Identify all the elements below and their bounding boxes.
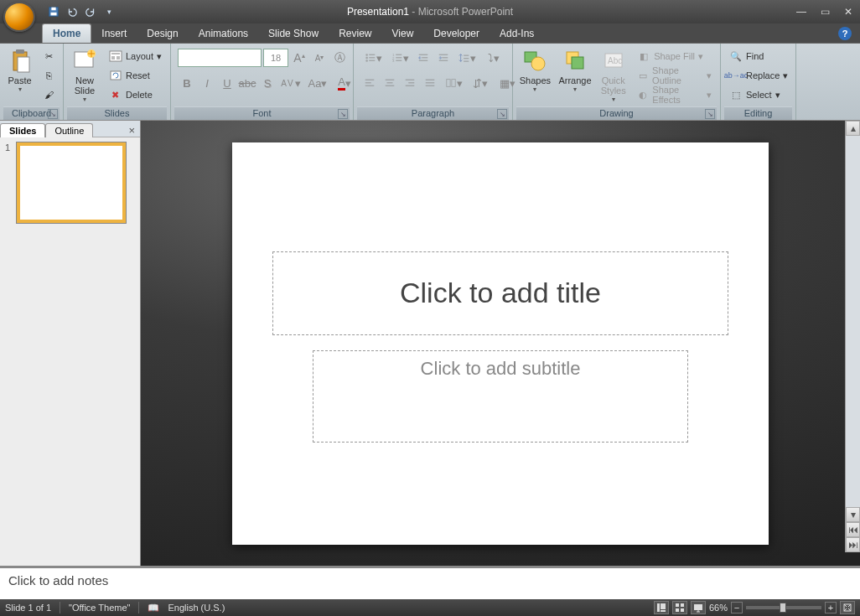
tab-view[interactable]: View — [382, 24, 424, 43]
shape-fill-button[interactable]: ◧Shape Fill ▾ — [634, 47, 715, 65]
numbering-button[interactable]: 123▾ — [387, 49, 412, 67]
group-editing: 🔍Find ab→acReplace ▾ ⬚Select ▾ Editing — [721, 44, 796, 120]
zoom-slider[interactable] — [746, 606, 821, 609]
save-icon[interactable] — [45, 3, 62, 20]
shape-outline-button[interactable]: ▭Shape Outline ▾ — [634, 66, 715, 85]
tab-design[interactable]: Design — [137, 24, 188, 43]
delete-button[interactable]: ✖Delete — [106, 85, 165, 104]
maximize-button[interactable]: ▭ — [816, 5, 833, 18]
justify-button[interactable] — [421, 74, 439, 92]
character-spacing-button[interactable]: AV▾ — [278, 74, 303, 92]
svg-point-13 — [365, 54, 368, 56]
svg-rect-31 — [464, 55, 469, 56]
status-language[interactable]: English (U.S.) — [168, 603, 225, 613]
app-name-sep: - — [409, 6, 418, 18]
italic-button[interactable]: I — [198, 74, 216, 92]
office-button[interactable] — [3, 2, 35, 32]
grow-font-button[interactable]: A▴ — [290, 49, 308, 67]
window-title: Presentation1 - Microsoft PowerPoint — [347, 6, 513, 18]
increase-indent-button[interactable] — [434, 49, 453, 67]
paste-icon — [7, 47, 34, 74]
strikethrough-button[interactable]: abc — [238, 74, 256, 92]
font-size-input[interactable] — [263, 49, 288, 67]
clipboard-launcher[interactable]: ↘ — [48, 109, 58, 119]
svg-rect-32 — [464, 58, 469, 59]
panel-tab-outline[interactable]: Outline — [45, 123, 93, 137]
close-button[interactable]: ✕ — [840, 5, 857, 18]
line-spacing-button[interactable]: ▾ — [454, 49, 479, 67]
tab-insert[interactable]: Insert — [91, 24, 137, 43]
tab-slideshow[interactable]: Slide Show — [258, 24, 329, 43]
reset-button[interactable]: Reset — [106, 66, 165, 85]
panel-tab-slides[interactable]: Slides — [0, 123, 45, 137]
clear-formatting-button[interactable]: Ⓐ — [330, 49, 349, 67]
select-icon: ⬚ — [729, 88, 743, 101]
change-case-button[interactable]: Aa▾ — [305, 74, 330, 92]
align-right-button[interactable] — [401, 74, 419, 92]
minimize-button[interactable]: — — [793, 5, 810, 18]
new-slide-button[interactable]: New Slide ▾ — [67, 45, 102, 104]
cut-icon: ✂ — [43, 49, 54, 63]
tab-review[interactable]: Review — [329, 24, 381, 43]
redo-icon[interactable] — [82, 3, 99, 20]
fit-to-window-button[interactable] — [840, 601, 855, 614]
qat-customize-icon[interactable]: ▾ — [101, 3, 117, 20]
cut-button[interactable]: ✂ — [39, 47, 58, 65]
slide-thumbnail-1[interactable]: 1 — [5, 142, 135, 223]
text-direction-button[interactable]: ⤵▾ — [481, 49, 506, 67]
align-left-button[interactable] — [360, 74, 379, 92]
spell-check-icon[interactable]: 📖 — [148, 603, 159, 613]
replace-button[interactable]: ab→acReplace ▾ — [726, 66, 791, 85]
zoom-out-button[interactable]: − — [731, 602, 743, 613]
underline-button[interactable]: U — [218, 74, 236, 92]
paste-button[interactable]: Paste ▾ — [3, 45, 36, 104]
layout-button[interactable]: Layout ▾ — [106, 47, 165, 65]
decrease-indent-button[interactable] — [414, 49, 433, 67]
bullets-button[interactable]: ▾ — [360, 49, 386, 67]
prev-slide-button[interactable]: ⏮ — [846, 522, 860, 537]
title-placeholder[interactable]: Click to add title — [272, 251, 728, 335]
shape-effects-button[interactable]: ◐Shape Effects ▾ — [634, 85, 715, 104]
tab-addins[interactable]: Add-Ins — [490, 24, 544, 43]
scroll-up-button[interactable]: ▴ — [846, 121, 860, 136]
format-painter-button[interactable]: 🖌 — [39, 85, 58, 104]
zoom-in-button[interactable]: + — [825, 602, 837, 613]
undo-icon[interactable] — [64, 3, 80, 20]
slide-canvas[interactable]: Click to add title Click to add subtitle — [232, 142, 769, 545]
subtitle-placeholder[interactable]: Click to add subtitle — [313, 350, 688, 443]
font-name-input[interactable] — [178, 49, 262, 67]
shrink-font-button[interactable]: A▾ — [310, 49, 329, 67]
select-button[interactable]: ⬚Select ▾ — [726, 85, 791, 104]
title-bar: ▾ Presentation1 - Microsoft PowerPoint —… — [0, 0, 860, 23]
panel-close-button[interactable]: × — [123, 124, 140, 137]
copy-button[interactable]: ⎘ — [39, 66, 58, 85]
next-slide-button[interactable]: ⏭ — [846, 537, 860, 552]
help-icon[interactable]: ? — [838, 27, 852, 40]
scroll-down-button[interactable]: ▾ — [846, 507, 860, 522]
tab-developer[interactable]: Developer — [423, 24, 490, 43]
align-center-button[interactable] — [381, 74, 399, 92]
svg-rect-47 — [451, 80, 454, 87]
normal-view-button[interactable] — [654, 601, 669, 614]
shapes-button[interactable]: Shapes▾ — [516, 45, 554, 104]
font-launcher[interactable]: ↘ — [338, 109, 348, 119]
columns-button[interactable]: ▾ — [441, 74, 466, 92]
notes-pane[interactable]: Click to add notes — [0, 566, 860, 599]
align-text-icon: ⇵ — [473, 77, 482, 90]
tab-animations[interactable]: Animations — [189, 24, 258, 43]
align-text-button[interactable]: ⇵▾ — [468, 74, 493, 92]
sorter-view-button[interactable] — [672, 601, 687, 614]
arrange-button[interactable]: Arrange▾ — [556, 45, 595, 104]
quick-styles-button[interactable]: Abc Quick Styles▾ — [596, 45, 630, 104]
status-zoom-value[interactable]: 66% — [709, 603, 728, 613]
tab-home[interactable]: Home — [42, 23, 91, 43]
bold-button[interactable]: B — [178, 74, 196, 92]
paragraph-launcher[interactable]: ↘ — [497, 109, 507, 119]
slide-thumb-image[interactable] — [17, 142, 126, 223]
shadow-button[interactable]: S — [258, 74, 277, 92]
find-button[interactable]: 🔍Find — [726, 47, 791, 65]
svg-rect-34 — [365, 80, 375, 80]
vertical-scrollbar[interactable]: ▴ ▾ ⏮ ⏭ — [845, 121, 860, 552]
slideshow-view-button[interactable] — [691, 601, 706, 614]
drawing-launcher[interactable]: ↘ — [705, 109, 715, 119]
